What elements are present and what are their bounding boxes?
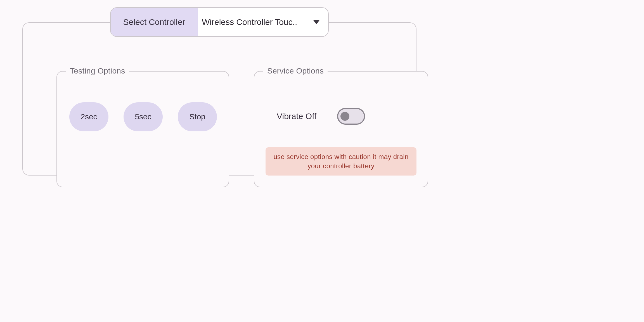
controller-select-dropdown[interactable]: Wireless Controller Touc.. [198,8,328,36]
vibrate-service-row: Vibrate Off [277,108,365,125]
chevron-down-icon [313,20,320,24]
controller-selected-value: Wireless Controller Touc.. [202,17,297,27]
vibrate-toggle[interactable] [337,108,365,125]
vibrate-5sec-button[interactable]: 5sec [124,102,163,131]
main-panel: Testing Options 2sec 5sec Stop Service O… [22,22,416,176]
service-options-legend: Service Options [263,67,328,75]
testing-options-legend: Testing Options [66,67,129,75]
testing-options-group: Testing Options 2sec 5sec Stop [56,71,229,187]
controller-select-bar: Select Controller Wireless Controller To… [110,7,329,37]
service-warning: use service options with caution it may … [266,147,416,176]
controller-select-label: Select Controller [111,8,198,36]
testing-buttons-row: 2sec 5sec Stop [69,102,217,131]
toggle-thumb-icon [340,112,349,121]
service-options-group: Service Options Vibrate Off use service … [254,71,428,187]
vibrate-toggle-label: Vibrate Off [277,112,316,121]
vibrate-stop-button[interactable]: Stop [178,102,217,131]
vibrate-2sec-button[interactable]: 2sec [69,102,108,131]
